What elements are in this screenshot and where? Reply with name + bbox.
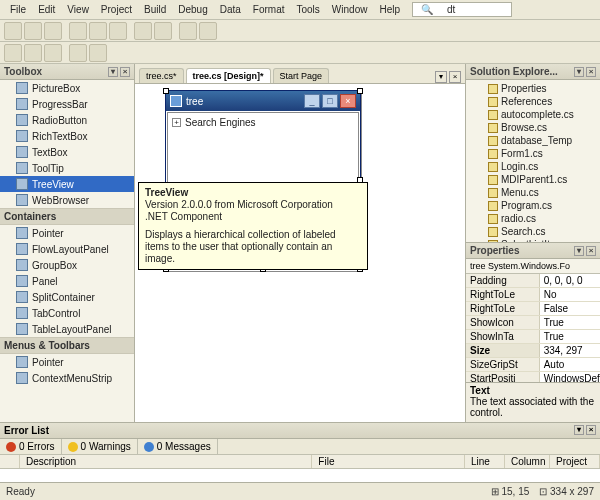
toolbox-item-richtextbox[interactable]: RichTextBox <box>0 128 134 144</box>
toolbox-category-menus[interactable]: Menus & Toolbars <box>0 337 134 354</box>
property-object-select[interactable]: tree System.Windows.Fo <box>466 259 600 274</box>
expand-icon[interactable]: + <box>172 118 181 127</box>
property-row[interactable]: RightToLeNo <box>466 288 600 302</box>
toolbox-item-progressbar[interactable]: ProgressBar <box>0 96 134 112</box>
toolbox-item-radiobutton[interactable]: RadioButton <box>0 112 134 128</box>
close-icon[interactable]: × <box>586 425 596 435</box>
property-value[interactable]: 334, 297 <box>540 344 600 357</box>
toolbox-item-panel[interactable]: Panel <box>0 273 134 289</box>
property-value[interactable]: 0, 0, 0, 0 <box>540 274 600 287</box>
toolbox-item-tablelayoutpanel[interactable]: TableLayoutPanel <box>0 321 134 337</box>
solution-item[interactable]: Menu.cs <box>468 186 598 199</box>
property-value[interactable]: True <box>540 316 600 329</box>
property-value[interactable]: True <box>540 330 600 343</box>
solution-item[interactable]: Login.cs <box>468 160 598 173</box>
resize-handle[interactable] <box>163 88 169 94</box>
menu-view[interactable]: View <box>61 2 95 17</box>
solution-item[interactable]: Program.cs <box>468 199 598 212</box>
menu-tools[interactable]: Tools <box>291 2 326 17</box>
property-row[interactable]: ShowInTaTrue <box>466 330 600 344</box>
messages-filter[interactable]: 0 Messages <box>138 439 218 454</box>
toolbox-item-splitcontainer[interactable]: SplitContainer <box>0 289 134 305</box>
toolbox-item-textbox[interactable]: TextBox <box>0 144 134 160</box>
pin-icon[interactable]: ▾ <box>574 246 584 256</box>
col-project[interactable]: Project <box>550 455 600 468</box>
property-row[interactable]: Size334, 297 <box>466 344 600 358</box>
solution-item[interactable]: References <box>468 95 598 108</box>
close-icon[interactable]: × <box>120 67 130 77</box>
property-row[interactable]: SizeGripStAuto <box>466 358 600 372</box>
toolbox-category-containers[interactable]: Containers <box>0 208 134 225</box>
errors-filter[interactable]: 0 Errors <box>0 439 62 454</box>
tree-root-node[interactable]: + Search Engines <box>172 117 354 128</box>
search-input[interactable]: 🔍 dt <box>412 2 512 17</box>
col-line[interactable]: Line <box>465 455 505 468</box>
warnings-filter[interactable]: 0 Warnings <box>62 439 138 454</box>
property-value[interactable]: False <box>540 302 600 315</box>
menu-project[interactable]: Project <box>95 2 138 17</box>
menu-edit[interactable]: Edit <box>32 2 61 17</box>
copy-button[interactable] <box>89 22 107 40</box>
menu-build[interactable]: Build <box>138 2 172 17</box>
property-row[interactable]: RightToLeFalse <box>466 302 600 316</box>
pin-icon[interactable]: ▾ <box>108 67 118 77</box>
cut-button[interactable] <box>69 22 87 40</box>
menu-debug[interactable]: Debug <box>172 2 213 17</box>
toolbox-item-webbrowser[interactable]: WebBrowser <box>0 192 134 208</box>
new-button[interactable] <box>4 22 22 40</box>
toolbox-item-contextmenustrip[interactable]: ContextMenuStrip <box>0 370 134 386</box>
close-icon[interactable]: × <box>586 246 596 256</box>
align-right-button[interactable] <box>44 44 62 62</box>
solution-item[interactable]: Browse.cs <box>468 121 598 134</box>
property-row[interactable]: Padding0, 0, 0, 0 <box>466 274 600 288</box>
toolbox-item-pointer[interactable]: Pointer <box>0 354 134 370</box>
debug-button[interactable] <box>199 22 217 40</box>
snap-button[interactable] <box>89 44 107 62</box>
resize-handle[interactable] <box>357 88 363 94</box>
solution-item[interactable]: autocomplete.cs <box>468 108 598 121</box>
solution-item[interactable]: MDIParent1.cs <box>468 173 598 186</box>
tab-tree-cs[interactable]: tree.cs* <box>139 68 184 83</box>
property-row[interactable]: ShowIconTrue <box>466 316 600 330</box>
solution-item[interactable]: radio.cs <box>468 212 598 225</box>
close-icon[interactable]: × <box>340 94 356 108</box>
run-button[interactable] <box>179 22 197 40</box>
pin-icon[interactable]: ▾ <box>574 67 584 77</box>
toolbox-item-flowlayoutpanel[interactable]: FlowLayoutPanel <box>0 241 134 257</box>
save-button[interactable] <box>44 22 62 40</box>
property-value[interactable]: Auto <box>540 358 600 371</box>
align-left-button[interactable] <box>4 44 22 62</box>
solution-item[interactable]: Search.cs <box>468 225 598 238</box>
col-column[interactable]: Column <box>505 455 550 468</box>
toolbox-item-pointer[interactable]: Pointer <box>0 225 134 241</box>
solution-item[interactable]: database_Temp <box>468 134 598 147</box>
grid-button[interactable] <box>69 44 87 62</box>
property-value[interactable]: No <box>540 288 600 301</box>
undo-button[interactable] <box>134 22 152 40</box>
tab-start-page[interactable]: Start Page <box>273 68 330 83</box>
tab-dropdown-icon[interactable]: ▾ <box>435 71 447 83</box>
pin-icon[interactable]: ▾ <box>574 425 584 435</box>
tab-tree-design[interactable]: tree.cs [Design]* <box>186 68 271 83</box>
toolbox-item-groupbox[interactable]: GroupBox <box>0 257 134 273</box>
menu-file[interactable]: File <box>4 2 32 17</box>
redo-button[interactable] <box>154 22 172 40</box>
col-icon[interactable] <box>0 455 20 468</box>
minimize-icon[interactable]: _ <box>304 94 320 108</box>
close-icon[interactable]: × <box>586 67 596 77</box>
tab-close-icon[interactable]: × <box>449 71 461 83</box>
menu-data[interactable]: Data <box>214 2 247 17</box>
menu-window[interactable]: Window <box>326 2 374 17</box>
menu-help[interactable]: Help <box>373 2 406 17</box>
menu-format[interactable]: Format <box>247 2 291 17</box>
maximize-icon[interactable]: □ <box>322 94 338 108</box>
property-row[interactable]: StartPositiWindowsDef <box>466 372 600 382</box>
property-value[interactable]: WindowsDef <box>540 372 600 382</box>
paste-button[interactable] <box>109 22 127 40</box>
solution-item[interactable]: Form1.cs <box>468 147 598 160</box>
toolbox-item-picturebox[interactable]: PictureBox <box>0 80 134 96</box>
open-button[interactable] <box>24 22 42 40</box>
align-center-button[interactable] <box>24 44 42 62</box>
col-description[interactable]: Description <box>20 455 312 468</box>
col-file[interactable]: File <box>312 455 465 468</box>
